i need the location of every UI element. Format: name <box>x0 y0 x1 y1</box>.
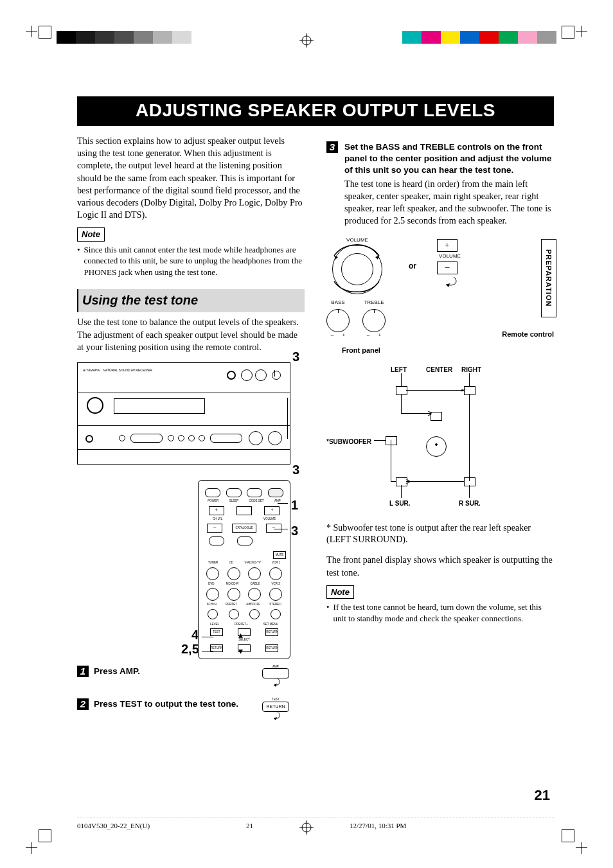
bullet-icon: • <box>77 244 80 278</box>
note-label: Note <box>326 585 354 599</box>
step-number-3: 3 <box>326 141 338 153</box>
front-panel-label: Front panel <box>342 346 554 355</box>
speaker-layout-diagram: LEFT RIGHT CENTER *SUBWOO <box>326 366 519 513</box>
footer-date: 12/27/01, 10:31 PM <box>350 822 406 829</box>
footer: 0104V530_20-22_EN(U) 21 12/27/01, 10:31 … <box>77 817 554 829</box>
step-number-2: 2 <box>77 698 89 710</box>
step3-body: The test tone is heard (in order) from t… <box>344 178 554 227</box>
note-text: If the test tone cannot be heard, turn d… <box>333 601 554 624</box>
footer-page: 21 <box>246 822 253 829</box>
page-title: ADJUSTING SPEAKER OUTPUT LEVELS <box>77 96 554 126</box>
step-number-1: 1 <box>77 666 89 677</box>
footer-file: 0104V530_20-22_EN(U) <box>77 822 150 829</box>
callout-number: 2,5 <box>181 641 199 658</box>
callout-number: 3 <box>292 461 299 479</box>
step2-text: Press TEST to output the test tone. <box>94 698 238 710</box>
note-label: Note <box>77 227 105 242</box>
color-bar-cmyk <box>402 31 556 44</box>
amp-label: AMP <box>247 666 305 669</box>
treble-knob-diagram: TREBLE – + <box>362 299 386 339</box>
note-text: Since this unit cannot enter the test mo… <box>84 244 305 278</box>
step3-text: Set the BASS and TREBLE controls on the … <box>344 141 554 177</box>
remote-control-label: Remote control <box>502 330 554 339</box>
callout-number: 3 <box>292 348 299 366</box>
color-bar-grayscale <box>57 31 191 44</box>
subheading: Using the test tone <box>77 289 305 312</box>
test-label: TEST <box>247 698 305 702</box>
registration-target-icon <box>299 33 314 48</box>
callout-number: 3 <box>291 522 298 540</box>
bass-knob-diagram: BASS – + <box>326 299 350 339</box>
remote-volume-diagram: + VOLUME – <box>437 239 463 293</box>
callout-number: 1 <box>291 497 298 514</box>
intro-text: This section explains how to adjust spea… <box>77 135 305 221</box>
front-panel-diagram: ⊕ YAMAHA NATURAL SOUND AV RECEIVER <box>77 362 290 465</box>
remote-diagram: POWERSLEEPCODE SETAMP ++ CH LVLVOLUME –C… <box>198 480 290 659</box>
panel-shows-text: The front panel display shows which spea… <box>326 554 554 578</box>
bullet-icon: • <box>326 601 330 624</box>
volume-knob-diagram: VOLUME <box>326 237 388 294</box>
page-number: 21 <box>535 787 550 804</box>
subwoofer-footnote: * Subwoofer test tone is output after th… <box>326 522 554 547</box>
step1-text: Press AMP. <box>94 666 140 677</box>
sub-intro: Use the test tone to balance the output … <box>77 316 305 353</box>
or-text: or <box>409 261 416 271</box>
